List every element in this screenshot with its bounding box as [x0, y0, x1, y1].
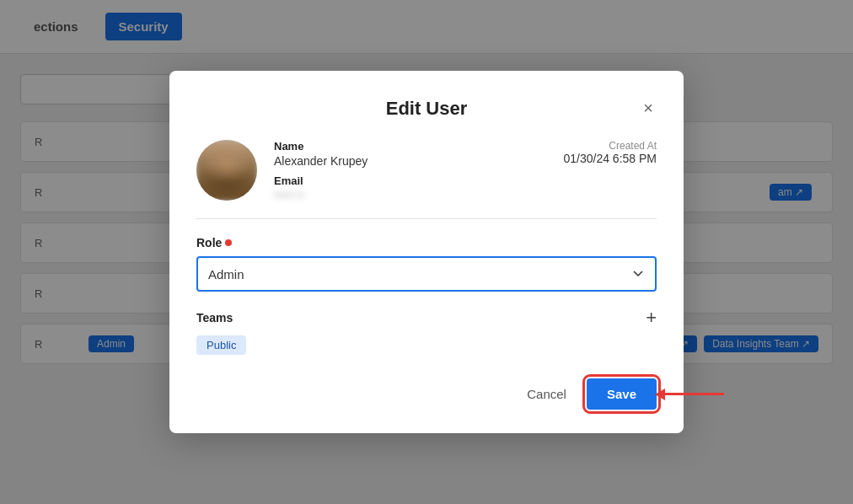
- team-chip-public: Public: [196, 335, 246, 355]
- divider: [196, 218, 657, 219]
- user-name-section: Name Alexander Krupey: [274, 140, 546, 168]
- user-details: Name Alexander Krupey Email ••••• ••: [274, 140, 546, 201]
- role-section: Role Admin Member Viewer: [196, 236, 657, 292]
- arrow-head: [655, 389, 665, 400]
- modal-footer: Cancel Save: [196, 378, 657, 410]
- email-label: Email: [274, 174, 546, 187]
- avatar-image: [196, 140, 257, 201]
- modal-close-button[interactable]: ×: [640, 98, 657, 118]
- teams-add-button[interactable]: +: [646, 308, 657, 327]
- email-value: ••••• ••: [274, 189, 546, 201]
- user-info-row: Name Alexander Krupey Email ••••• •• Cre…: [196, 140, 657, 201]
- name-value: Alexander Krupey: [274, 154, 546, 168]
- required-indicator: [225, 239, 232, 246]
- arrow-indicator: [655, 389, 724, 400]
- role-label: Role: [196, 236, 222, 249]
- teams-label: Teams: [196, 311, 233, 324]
- created-at-value: 01/30/24 6:58 PM: [563, 152, 657, 165]
- arrow-line: [665, 393, 724, 395]
- teams-label-row: Teams +: [196, 308, 657, 327]
- modal-title: Edit User: [386, 98, 468, 120]
- email-section: Email ••••• ••: [274, 174, 546, 201]
- save-button[interactable]: Save: [587, 378, 657, 410]
- avatar: [196, 140, 257, 201]
- teams-section: Teams + Public: [196, 308, 657, 355]
- role-label-row: Role: [196, 236, 657, 249]
- created-at-section: Created At 01/30/24 6:58 PM: [563, 140, 657, 165]
- created-at-label: Created At: [563, 140, 657, 152]
- cancel-button[interactable]: Cancel: [520, 380, 573, 408]
- role-select[interactable]: Admin Member Viewer: [196, 256, 657, 292]
- name-label: Name: [274, 140, 546, 153]
- teams-chips: Public: [196, 335, 657, 355]
- edit-user-modal: Edit User × Name Alexander Krupey Email …: [169, 71, 684, 433]
- modal-header: Edit User ×: [196, 98, 657, 120]
